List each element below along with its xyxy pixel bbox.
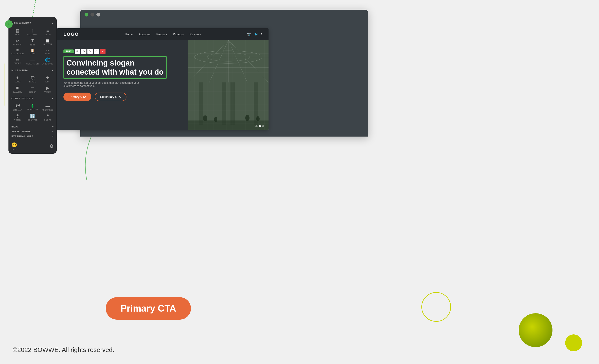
social-media-section-header[interactable]: SOCiAL MEDIA ▾ (9, 129, 57, 133)
widget-slider[interactable]: ▭ SLIDER (25, 84, 40, 94)
widget-video[interactable]: ▶ VIDEO (40, 84, 55, 94)
other-widgets-section-header[interactable]: OTHER WIDGETS ▲ (9, 95, 57, 100)
nav-link-process[interactable]: Process (156, 33, 167, 36)
widget-icon-item[interactable]: ★ ICON (40, 74, 55, 84)
hero-heading-line1: Convincing slogan (66, 59, 134, 67)
widget-form[interactable]: 📋 FORM (25, 47, 40, 56)
copyright-text: ©2022 BOWWE. All rights reserved. (13, 346, 115, 353)
video-label: VIDEO (44, 91, 51, 93)
hero-dot-1[interactable] (255, 125, 257, 127)
browser-topbar (80, 10, 368, 19)
twitter-icon[interactable]: 🐦 (254, 32, 258, 36)
widget-tabs[interactable]: ▭ TABS (40, 47, 55, 56)
edit-tool-close[interactable]: ✕ (100, 49, 106, 54)
quote-icon: ❝ (46, 114, 49, 118)
widget-progress[interactable]: ▬ PROGRESS (40, 102, 55, 112)
widget-language[interactable]: 🌐 LANGUAGE (40, 56, 55, 66)
edit-tool-copy[interactable]: ⊡ (75, 49, 80, 54)
hero-dot-3[interactable] (262, 125, 264, 127)
instagram-icon[interactable]: 📷 (247, 32, 251, 36)
preview-nav: LOGO Home About us Process Projects Revi… (57, 28, 269, 40)
edit-tool-undo[interactable]: ↺ (94, 49, 99, 54)
widget-image[interactable]: 🖼 IMAGE (25, 74, 40, 84)
widget-accordion[interactable]: ☰ ACCORDION (10, 47, 25, 56)
hero-left: EDIT ⊡ ⚙ ✎ ↺ ✕ Convincing slogan conecte… (57, 40, 188, 130)
embed-label: EMBED (14, 62, 21, 64)
browser-dot-light[interactable] (97, 13, 100, 17)
nav-link-reviews[interactable]: Reviews (190, 33, 201, 36)
menu-label: MENU (45, 34, 51, 36)
external-apps-section-header[interactable]: EXTERNAL APPS ▾ (9, 133, 57, 138)
price-list-label: PRICE LIST (27, 108, 38, 110)
external-apps-arrow: ▾ (52, 135, 54, 138)
settings-button[interactable]: ⚙ (50, 144, 54, 149)
hero-dot-2[interactable] (259, 125, 261, 127)
widget-button[interactable]: ⬜ BUTTON (40, 37, 55, 47)
header-icon: Aa (15, 39, 19, 43)
hero-secondary-cta[interactable]: Secondary CTA (95, 93, 126, 101)
browser-dot-dark[interactable] (90, 13, 94, 17)
widget-quote[interactable]: ❝ QUOTE (40, 112, 55, 122)
floating-primary-cta-button[interactable]: Primary CTA (106, 297, 191, 320)
progress-icon: ▬ (45, 104, 50, 108)
hero-buttons: Primary CTA Secondary CTA (63, 93, 182, 101)
multimedia-section-header[interactable]: MULTIMEDIA ▲ (9, 68, 57, 72)
sitemap-icon: 🗺 (15, 104, 20, 108)
blog-arrow: ▾ (52, 125, 54, 128)
accordion-icon: ☰ (16, 49, 19, 52)
widget-separator[interactable]: — SEPARATOR (25, 56, 40, 66)
widget-logo[interactable]: ✦ LOGO (10, 74, 25, 84)
slider-icon: ▭ (30, 86, 35, 90)
main-widgets-arrow: ▲ (51, 22, 54, 25)
main-widgets-section-header[interactable]: MAIN WIDGETS ▲ (9, 20, 57, 25)
columns-icon: ⫿ (32, 28, 34, 33)
widget-text[interactable]: T TEXT (25, 37, 40, 47)
edit-tag[interactable]: EDIT (63, 50, 74, 53)
social-media-label: SOCiAL MEDIA (11, 130, 31, 133)
form-icon: 📋 (31, 49, 34, 52)
main-widgets-grid: ▦ AREA ⫿ COLUMNS ≡ MENU Aa HEADER T TEXT… (9, 25, 57, 68)
text-label: TEXT (30, 44, 35, 46)
widget-header[interactable]: Aa HEADER (10, 37, 25, 47)
deco-circle-outline (421, 292, 451, 322)
hero-slider-dots (255, 125, 264, 127)
external-apps-label: EXTERNAL APPS (11, 135, 34, 138)
nav-link-projects[interactable]: Projects (173, 33, 184, 36)
widget-timer[interactable]: ⏱ TIMER (10, 112, 25, 122)
widget-price-list[interactable]: 💲 PRICE LIST (25, 102, 40, 112)
deco-circle-large (519, 313, 553, 347)
social-media-arrow: ▾ (52, 130, 54, 133)
icon-label: ICON (45, 81, 50, 83)
other-widgets-arrow: ▲ (51, 97, 54, 100)
widget-gallery[interactable]: ▣ GALLERY (10, 84, 25, 94)
main-widgets-label: MAIN WIDGETS (11, 22, 32, 25)
sitemap-label: SITEMAP (13, 109, 22, 111)
widget-columns[interactable]: ⫿ COLUMNS (25, 27, 40, 36)
add-widget-button[interactable]: + (5, 20, 13, 28)
nav-social-icons: 📷 🐦 f (247, 32, 262, 36)
facebook-icon[interactable]: f (261, 32, 262, 36)
logo-label: LOGO (15, 81, 20, 83)
sidebar-footer: 😊 HELP ⚙ (9, 140, 57, 150)
browser-dot-green[interactable] (85, 13, 88, 17)
image-label: IMAGE (29, 81, 36, 83)
header-label: HEADER (13, 43, 22, 45)
widget-counter[interactable]: 🔢 COUNTER (25, 112, 40, 122)
widget-menu[interactable]: ≡ MENU (40, 27, 55, 36)
image-icon: 🖼 (30, 76, 35, 80)
widget-sitemap[interactable]: 🗺 SITEMAP (10, 102, 25, 112)
nav-link-home[interactable]: Home (125, 33, 133, 36)
blog-section-header[interactable]: BLOG ▾ (9, 124, 57, 129)
widget-area[interactable]: ▦ AREA (10, 27, 25, 36)
help-button[interactable]: 😊 HELP (11, 142, 17, 150)
price-list-icon: 💲 (31, 104, 34, 107)
hero-primary-cta[interactable]: Primary CTA (63, 93, 91, 101)
hero-heading: Convincing slogan conected with what you… (63, 56, 167, 79)
deco-circle-small (565, 334, 582, 351)
website-preview: LOGO Home About us Process Projects Revi… (57, 28, 269, 130)
edit-tool-edit[interactable]: ✎ (87, 49, 93, 54)
nav-link-about[interactable]: About us (139, 33, 150, 36)
widget-embed[interactable]: </> EMBED (10, 56, 25, 66)
edit-tool-settings[interactable]: ⚙ (81, 49, 87, 54)
gallery-label: GALLERY (13, 91, 22, 93)
